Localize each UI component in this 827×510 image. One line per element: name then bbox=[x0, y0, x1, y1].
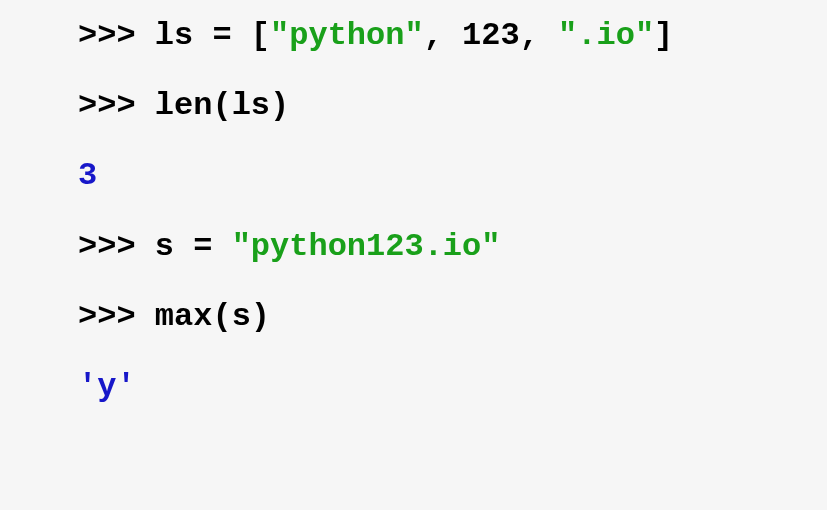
argument: s bbox=[232, 298, 251, 335]
repl-line-1: >>> ls = ["python", 123, ".io"] bbox=[78, 18, 827, 53]
output-number: 3 bbox=[78, 157, 97, 194]
assign-op: = bbox=[174, 228, 232, 265]
repl-output-1: 3 bbox=[78, 158, 827, 193]
number-literal: 123 bbox=[462, 17, 520, 54]
string-literal: "python123.io" bbox=[232, 228, 501, 265]
repl-line-3: >>> s = "python123.io" bbox=[78, 229, 827, 264]
repl-output-2: 'y' bbox=[78, 369, 827, 404]
string-literal: "python" bbox=[270, 17, 424, 54]
bracket-open: [ bbox=[251, 17, 270, 54]
repl-line-4: >>> max(s) bbox=[78, 299, 827, 334]
paren-open: ( bbox=[212, 87, 231, 124]
assign-op: = bbox=[193, 17, 251, 54]
argument: ls bbox=[232, 87, 270, 124]
variable: ls bbox=[155, 17, 193, 54]
function-name: max bbox=[155, 298, 213, 335]
prompt: >>> bbox=[78, 298, 155, 335]
comma: , bbox=[520, 17, 558, 54]
repl-line-2: >>> len(ls) bbox=[78, 88, 827, 123]
bracket-close: ] bbox=[654, 17, 673, 54]
paren-open: ( bbox=[212, 298, 231, 335]
prompt: >>> bbox=[78, 17, 155, 54]
function-name: len bbox=[155, 87, 213, 124]
variable: s bbox=[155, 228, 174, 265]
string-literal: ".io" bbox=[558, 17, 654, 54]
paren-close: ) bbox=[270, 87, 289, 124]
output-string: 'y' bbox=[78, 368, 136, 405]
prompt: >>> bbox=[78, 228, 155, 265]
prompt: >>> bbox=[78, 87, 155, 124]
paren-close: ) bbox=[251, 298, 270, 335]
comma: , bbox=[424, 17, 462, 54]
